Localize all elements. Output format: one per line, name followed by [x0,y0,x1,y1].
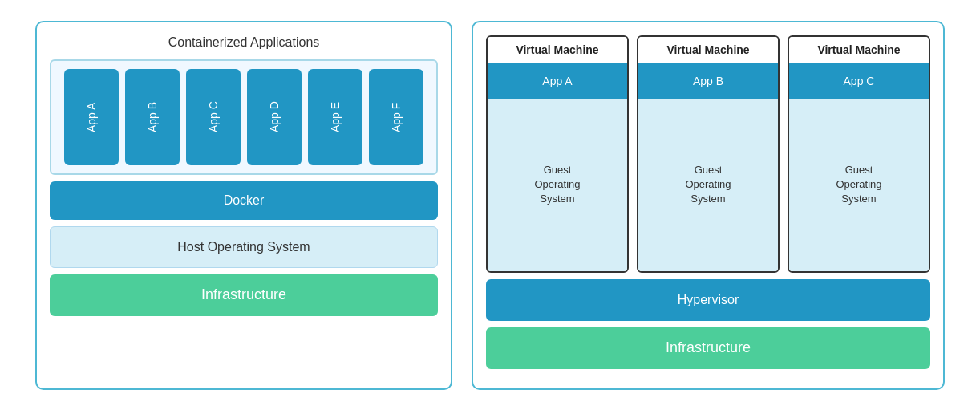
vms-row: Virtual MachineApp AGuestOperatingSystem… [486,35,930,273]
vm-app: App C [789,63,929,99]
vm-guest-os: GuestOperatingSystem [789,99,929,271]
left-diagram-title: Containerized Applications [50,35,438,50]
vm-box: Virtual MachineApp BGuestOperatingSystem [637,35,780,273]
vm-header: Virtual Machine [488,37,627,63]
vm-app: App B [638,63,778,99]
infra-layer-right: Infrastructure [486,327,930,369]
right-diagram: Virtual MachineApp AGuestOperatingSystem… [472,21,945,390]
app-box: App C [186,69,241,165]
app-box: App D [247,69,302,165]
apps-row: App AApp BApp CApp DApp EApp F [59,69,428,165]
left-diagram: Containerized Applications App AApp BApp… [35,21,452,390]
right-diagram-inner: Virtual MachineApp AGuestOperatingSystem… [486,35,930,375]
vm-guest-os: GuestOperatingSystem [638,99,778,271]
vm-header: Virtual Machine [638,37,778,63]
apps-wrapper: App AApp BApp CApp DApp EApp F [50,59,438,175]
docker-layer: Docker [50,181,438,220]
app-box: App F [369,69,423,165]
app-box: App A [64,69,119,165]
diagrams-container: Containerized Applications App AApp BApp… [0,0,980,410]
host-os-layer: Host Operating System [50,226,438,268]
app-box: App E [308,69,362,165]
hypervisor-layer: Hypervisor [486,279,930,321]
vm-box: Virtual MachineApp CGuestOperatingSystem [788,35,930,273]
vm-guest-os: GuestOperatingSystem [488,99,627,271]
infra-layer-left: Infrastructure [50,274,438,316]
vm-header: Virtual Machine [789,37,929,63]
vm-app: App A [488,63,627,99]
app-box: App B [125,69,180,165]
vm-box: Virtual MachineApp AGuestOperatingSystem [486,35,629,273]
